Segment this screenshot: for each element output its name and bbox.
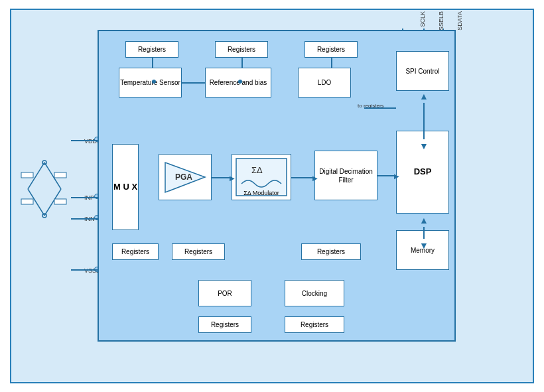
sigma-delta-block: ΣΔ ΣΔ Modulator [232, 154, 291, 200]
temp-sensor-block: Temperature Sensor [119, 68, 182, 98]
inner-area: Registers Registers Registers Temperatur… [98, 30, 456, 342]
line-temp-ref [182, 82, 205, 84]
ldo-block: LDO [298, 68, 351, 98]
svg-rect-5 [54, 172, 66, 178]
diagram-container: SCLK SSELB SDATA ▼ ▼ ◇ [10, 9, 534, 383]
registers-clocking-block: Registers [285, 316, 344, 333]
digital-decimation-block: Digital Decimation Filter [314, 151, 377, 200]
registers-temp-block: Registers [125, 41, 178, 58]
svg-rect-7 [54, 199, 66, 204]
vssb-line [71, 269, 99, 271]
bridge-diagram [18, 159, 84, 219]
por-block: POR [198, 280, 251, 306]
inn-line [71, 218, 99, 220]
svg-rect-4 [21, 172, 33, 178]
vddb-line [71, 140, 99, 141]
registers-mux-block: Registers [112, 243, 159, 260]
sclk-label: SCLK [419, 11, 426, 31]
line-v-ldo [331, 58, 332, 68]
arrow-ddf-dsp: ▶ [394, 172, 399, 180]
line-ddf-dsp [377, 175, 396, 176]
registers-ddf-block: Registers [301, 243, 361, 260]
dsp-memory-arrows: ▲ ▼ [419, 215, 429, 251]
dot-temp [152, 80, 156, 84]
svg-text:PGA: PGA [175, 172, 192, 182]
pga-triangle: PGA [162, 159, 208, 196]
svg-text:ΣΔ: ΣΔ [251, 165, 263, 175]
spi-control-block: SPI Control [396, 51, 449, 91]
clocking-block: Clocking [285, 280, 344, 306]
registers-ldo-block: Registers [305, 41, 358, 58]
dsp-spi-arrows: ▲ ▼ [419, 91, 429, 151]
page-container: SCLK SSELB SDATA ▼ ▼ ◇ [0, 0, 544, 392]
line-sd-ddf [291, 177, 314, 178]
sselb-label: SSELB [438, 11, 444, 31]
line-to-spi [364, 107, 396, 109]
dot-ref [238, 80, 242, 84]
registers-por-block: Registers [198, 316, 251, 333]
registers-pga-block: Registers [172, 243, 225, 260]
registers-ref-block: Registers [215, 41, 268, 58]
inp-line [71, 197, 99, 198]
line-v-ref [241, 58, 243, 68]
sdata-label: SDATA [456, 11, 463, 31]
arrow-pga-sd: ▶ [230, 174, 235, 182]
line-v-temp [152, 58, 153, 68]
pga-block: PGA [159, 154, 212, 200]
svg-rect-6 [21, 199, 33, 204]
line-pga-sd [212, 177, 232, 178]
arrow-sd-ddf: ▶ [312, 174, 318, 182]
signal-labels: SCLK SSELB SDATA [419, 11, 463, 31]
mux-block: M U X [112, 144, 139, 230]
